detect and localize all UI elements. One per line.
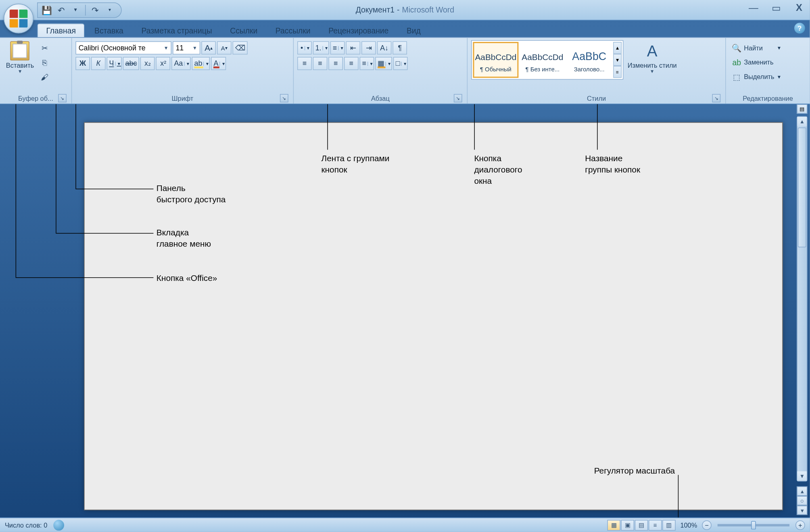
- app-window: 💾 ↶ ▼ ↷ ▾ Документ1 - Microsoft Word — ▭…: [0, 0, 810, 532]
- paste-button[interactable]: Вставить ▼: [4, 40, 36, 76]
- find-button[interactable]: 🔍Найти▼: [729, 42, 784, 55]
- zoom-slider-thumb[interactable]: [751, 521, 756, 529]
- multilevel-list-icon[interactable]: ≡▼: [330, 42, 345, 55]
- gallery-up-icon[interactable]: ▲: [613, 42, 622, 54]
- document-page[interactable]: Панель быстрого доступа Вкладка главное …: [84, 122, 783, 510]
- annotation-groupname: Название группы кнопок: [585, 153, 640, 175]
- word-count[interactable]: Число слов: 0: [5, 522, 47, 529]
- group-font-label: Шрифт: [172, 95, 194, 102]
- office-button[interactable]: [4, 4, 33, 33]
- tab-home[interactable]: Главная: [37, 23, 85, 37]
- font-name-combo[interactable]: Calibri (Основной те▼: [75, 42, 171, 55]
- decrease-indent-icon[interactable]: ⇤: [346, 42, 360, 55]
- scroll-up-icon[interactable]: ▲: [797, 117, 807, 127]
- tab-page-layout[interactable]: Разметка страницы: [133, 24, 221, 37]
- tab-insert[interactable]: Вставка: [86, 24, 132, 37]
- numbering-icon[interactable]: 1.▼: [313, 42, 329, 55]
- font-launcher[interactable]: ↘: [280, 94, 288, 102]
- align-left-icon[interactable]: ≡: [297, 57, 312, 70]
- app-name: Microsoft Word: [402, 5, 454, 14]
- format-painter-icon[interactable]: 🖌: [38, 70, 52, 83]
- clipboard-launcher[interactable]: ↘: [58, 94, 67, 102]
- outline-view-icon[interactable]: ≡: [649, 520, 662, 530]
- superscript-button[interactable]: x²: [156, 57, 171, 70]
- zoom-slider[interactable]: [718, 524, 789, 526]
- annotation-ribbon: Лента с группами кнопок: [321, 153, 389, 175]
- vertical-scrollbar[interactable]: ▲ ▼: [797, 116, 808, 481]
- replace-button[interactable]: abЗаменить: [729, 56, 784, 69]
- close-button[interactable]: X: [793, 2, 805, 14]
- scroll-down-icon[interactable]: ▼: [797, 471, 807, 481]
- restore-button[interactable]: ▭: [770, 2, 783, 14]
- grow-font-icon[interactable]: A▴: [201, 42, 216, 55]
- minimize-button[interactable]: —: [747, 2, 760, 14]
- help-button[interactable]: ?: [794, 23, 805, 33]
- view-buttons: ▦ ▣ ▤ ≡ ▥: [607, 520, 675, 530]
- gallery-more-icon[interactable]: ≡: [613, 66, 622, 78]
- style-heading1[interactable]: AaBbC Заголово...: [566, 42, 612, 78]
- shading-icon[interactable]: ▦▼: [375, 57, 392, 70]
- tab-mailings[interactable]: Рассылки: [267, 24, 319, 37]
- window-controls: — ▭ X: [747, 2, 805, 14]
- show-marks-icon[interactable]: ¶: [392, 42, 407, 55]
- zoom-level[interactable]: 100%: [680, 522, 697, 529]
- save-icon[interactable]: 💾: [40, 3, 54, 17]
- strikethrough-button[interactable]: abc: [123, 57, 140, 70]
- annotation-tab: Вкладка главное меню: [157, 227, 211, 249]
- status-bar: Число слов: 0 ▦ ▣ ▤ ≡ ▥ 100% − +: [0, 517, 810, 532]
- draft-view-icon[interactable]: ▥: [662, 520, 676, 530]
- clear-formatting-icon[interactable]: ⌫: [233, 42, 248, 55]
- ruler-toggle-icon[interactable]: ▤: [797, 104, 808, 114]
- language-icon[interactable]: [53, 520, 64, 530]
- web-layout-view-icon[interactable]: ▤: [635, 520, 648, 530]
- tab-review[interactable]: Рецензирование: [320, 24, 397, 37]
- document-name: Документ1: [356, 5, 395, 14]
- styles-launcher[interactable]: ↘: [712, 94, 720, 102]
- styles-gallery[interactable]: AaBbCcDd ¶ Обычный AaBbCcDd ¶ Без инте..…: [471, 40, 623, 80]
- cut-icon[interactable]: ✂: [38, 42, 52, 55]
- scroll-thumb[interactable]: [798, 128, 806, 247]
- undo-icon[interactable]: ↶: [54, 3, 68, 17]
- bullets-icon[interactable]: •▼: [297, 42, 312, 55]
- prev-page-icon[interactable]: ▴: [797, 486, 808, 496]
- paragraph-launcher[interactable]: ↘: [454, 94, 462, 102]
- ribbon-tabs: Главная Вставка Разметка страницы Ссылки…: [37, 21, 810, 37]
- undo-dropdown-icon[interactable]: ▼: [69, 3, 82, 17]
- font-size-combo[interactable]: 11▼: [173, 42, 200, 55]
- justify-icon[interactable]: ≡: [344, 57, 359, 70]
- bold-button[interactable]: Ж: [75, 57, 90, 70]
- browse-object-icon[interactable]: ○: [797, 496, 808, 505]
- style-no-spacing[interactable]: AaBbCcDd ¶ Без инте...: [520, 42, 565, 78]
- zoom-in-button[interactable]: +: [795, 520, 805, 530]
- subscript-button[interactable]: x₂: [140, 57, 155, 70]
- style-normal[interactable]: AaBbCcDd ¶ Обычный: [473, 42, 518, 78]
- qat-customize-icon[interactable]: ▾: [103, 3, 117, 17]
- tab-references[interactable]: Ссылки: [221, 24, 266, 37]
- gallery-down-icon[interactable]: ▼: [613, 54, 622, 66]
- font-color-button[interactable]: A▼: [211, 57, 226, 70]
- page-navigation: ▴ ○ ▾: [797, 486, 808, 515]
- next-page-icon[interactable]: ▾: [797, 505, 808, 515]
- full-screen-view-icon[interactable]: ▣: [621, 520, 634, 530]
- italic-button[interactable]: К: [91, 57, 106, 70]
- select-button[interactable]: ⬚Выделить▼: [729, 70, 784, 83]
- sort-icon[interactable]: A↓: [377, 42, 392, 55]
- increase-indent-icon[interactable]: ⇥: [361, 42, 376, 55]
- underline-button[interactable]: Ч▼: [107, 57, 122, 70]
- replace-icon: ab: [732, 58, 741, 67]
- zoom-out-button[interactable]: −: [702, 520, 712, 530]
- office-logo-icon: [10, 10, 28, 28]
- align-right-icon[interactable]: ≡: [328, 57, 343, 70]
- borders-icon[interactable]: □▼: [393, 57, 408, 70]
- redo-icon[interactable]: ↷: [89, 3, 102, 17]
- line-spacing-icon[interactable]: ≡▼: [360, 57, 374, 70]
- print-layout-view-icon[interactable]: ▦: [607, 520, 620, 530]
- shrink-font-icon[interactable]: A▾: [217, 42, 232, 55]
- change-case-button[interactable]: Aa▼: [172, 57, 191, 70]
- highlight-color-button[interactable]: ab▼: [192, 57, 210, 70]
- copy-icon[interactable]: ⎘: [38, 56, 52, 69]
- align-center-icon[interactable]: ≡: [313, 57, 328, 70]
- tab-view[interactable]: Вид: [398, 24, 429, 37]
- change-styles-button[interactable]: A Изменить стили ▼: [625, 40, 679, 76]
- group-editing-label: Редактирование: [743, 95, 793, 102]
